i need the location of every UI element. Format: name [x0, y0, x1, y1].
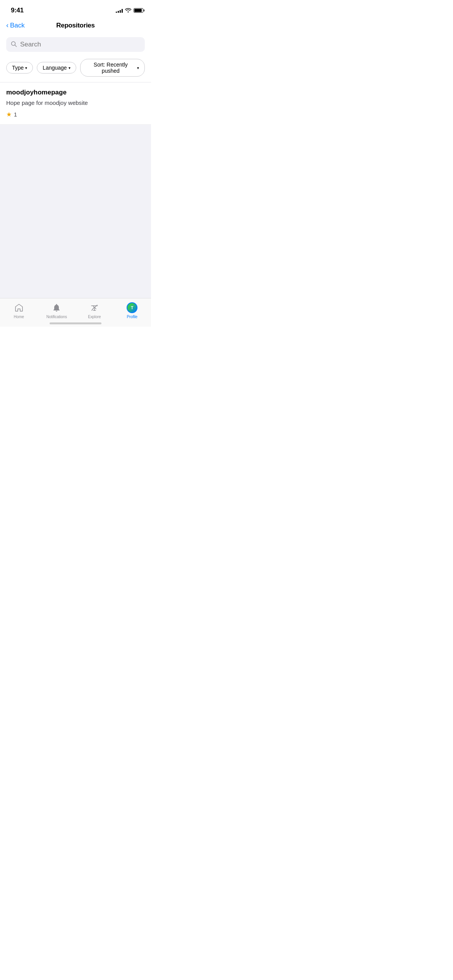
- table-row[interactable]: moodjoyhomepage Hope page for moodjoy we…: [0, 82, 151, 125]
- tab-notifications-label: Notifications: [46, 315, 67, 319]
- language-filter-label: Language: [43, 65, 67, 71]
- tab-notifications[interactable]: Notifications: [38, 302, 76, 319]
- telescope-icon: [89, 302, 100, 313]
- search-icon: [11, 41, 17, 48]
- battery-icon: [134, 8, 143, 13]
- tab-explore[interactable]: Explore: [76, 302, 113, 319]
- type-filter-button[interactable]: Type ▾: [6, 62, 33, 74]
- nav-bar: ‹ Back Repositories: [0, 19, 151, 34]
- repo-description: Hope page for moodjoy website: [6, 99, 145, 107]
- back-button[interactable]: ‹ Back: [6, 22, 25, 29]
- empty-area: [0, 125, 151, 310]
- bell-icon: [51, 302, 62, 313]
- search-bar[interactable]: [6, 37, 145, 52]
- content-area: Type ▾ Language ▾ Sort: Recently pushed …: [0, 34, 151, 310]
- star-count: 1: [14, 111, 17, 118]
- repo-list: moodjoyhomepage Hope page for moodjoy we…: [0, 82, 151, 125]
- back-chevron-icon: ‹: [6, 21, 9, 29]
- sort-filter-label: Sort: Recently pushed: [86, 62, 136, 74]
- language-chevron-icon: ▾: [69, 66, 70, 70]
- type-filter-label: Type: [12, 65, 24, 71]
- search-container: [0, 34, 151, 57]
- repo-stats: ★ 1: [6, 111, 145, 118]
- tab-profile[interactable]: T Profile: [113, 302, 151, 319]
- tab-home-label: Home: [14, 315, 24, 319]
- home-indicator: [50, 322, 101, 324]
- page-title: Repositories: [56, 22, 94, 29]
- status-time: 9:41: [11, 7, 24, 14]
- svg-line-3: [95, 305, 97, 307]
- back-label: Back: [10, 22, 25, 29]
- tab-profile-label: Profile: [127, 315, 137, 319]
- tab-home[interactable]: Home: [0, 302, 38, 319]
- filter-row: Type ▾ Language ▾ Sort: Recently pushed …: [0, 57, 151, 82]
- profile-avatar-icon: T: [127, 302, 137, 313]
- star-icon: ★: [6, 111, 12, 118]
- repo-name: moodjoyhomepage: [6, 89, 145, 96]
- sort-chevron-icon: ▾: [137, 66, 139, 70]
- sort-filter-button[interactable]: Sort: Recently pushed ▾: [80, 59, 145, 77]
- svg-line-1: [15, 45, 17, 46]
- type-chevron-icon: ▾: [25, 66, 27, 70]
- status-bar: 9:41: [0, 0, 151, 19]
- svg-line-2: [92, 307, 94, 310]
- search-input[interactable]: [20, 41, 140, 48]
- language-filter-button[interactable]: Language ▾: [37, 62, 76, 74]
- signal-icon: [116, 8, 123, 13]
- wifi-icon: [125, 7, 131, 14]
- status-icons: [116, 7, 143, 14]
- tab-explore-label: Explore: [88, 315, 101, 319]
- home-icon: [14, 302, 24, 313]
